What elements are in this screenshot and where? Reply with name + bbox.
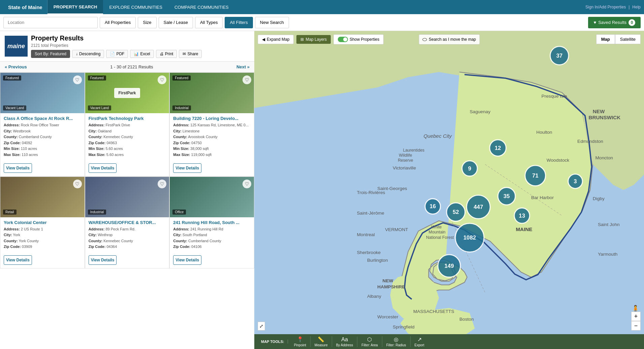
svg-text:149: 149 [445,263,454,269]
property-type-badge: Vacant Land [88,105,111,110]
map-fullscreen-button[interactable]: ⤢ [258,322,265,330]
zoom-out-button[interactable]: − [631,321,641,330]
cluster-16[interactable]: 16 [425,199,441,214]
sale-lease-filter[interactable]: Sale / Lease [159,17,193,28]
cluster-3[interactable]: 3 [568,174,583,189]
sort-featured-button[interactable]: Sort By: Featured [31,50,70,58]
svg-text:Springfield: Springfield [393,324,415,329]
cluster-12[interactable]: 12 [490,140,506,156]
show-properties-button[interactable]: Show Properties [333,34,384,44]
location-input[interactable] [3,17,98,28]
property-county-2: County: Kennebec County [89,134,166,140]
svg-text:Moncton: Moncton [595,155,613,160]
search-as-move-toggle[interactable]: ⬭ Search as I move the map [419,34,480,44]
pdf-icon: 📄 [110,52,115,56]
cluster-52[interactable]: 52 [447,203,465,221]
property-title-3[interactable]: Building 7220 - Loring Develo... [173,116,251,121]
export-icon: ↗ [417,336,422,343]
nav-compare-communities[interactable]: COMPARE COMMUNITIES [168,0,235,14]
favorite-button-4[interactable]: ♡ [73,180,82,188]
favorite-button-1[interactable]: ♡ [73,75,82,84]
map-view-button[interactable]: Map [596,34,615,44]
nav-explore-communities[interactable]: EXPLORE COMMUNITIES [103,0,168,14]
cluster-37[interactable]: 37 [550,46,569,65]
new-search-button[interactable]: New Search [255,17,289,28]
cluster-149[interactable]: 149 [438,255,460,277]
nav-sign-in[interactable]: Sign In/Add Properties [585,5,626,9]
saved-results-button[interactable]: ♥ Saved Results 0 [588,17,641,28]
cluster-9[interactable]: 9 [462,161,478,176]
layers-icon: ⊞ [300,37,304,42]
nav-property-search[interactable]: PROPERTY SEARCH [47,0,103,14]
cluster-13[interactable]: 13 [514,208,530,223]
cluster-1082[interactable]: 1082 [455,223,484,252]
svg-text:NEW: NEW [593,108,605,114]
all-filters-btn[interactable]: All Filters [225,17,253,28]
measure-label: Measure [315,343,328,347]
all-properties-filter[interactable]: All Properties [100,17,136,28]
nav-help[interactable]: Help [632,5,641,9]
cluster-71[interactable]: 71 [525,165,546,186]
share-button[interactable]: ✉ Share [179,50,202,58]
next-page-button[interactable]: Next » [236,64,250,69]
view-details-button-1[interactable]: View Details [4,163,32,173]
cluster-35[interactable]: 35 [498,187,515,205]
sort-order-label: Descending [79,52,100,56]
property-info-4: York Colonial Center Address: 2 US Route… [0,217,85,253]
property-image-1: Featured Vacant Land ♡ [0,73,85,113]
pinpoint-tool[interactable]: 📍 Pinpoint [290,336,311,347]
map-layers-button[interactable]: ⊞ Map Layers [296,35,331,44]
pinpoint-icon: 📍 [297,336,303,343]
satellite-view-button[interactable]: Satellite [615,34,641,44]
view-details-button-5[interactable]: View Details [89,255,117,265]
prev-page-button[interactable]: « Previous [5,64,27,69]
main-layout: maine Property Results 2121 total Proper… [0,31,644,349]
print-button[interactable]: 🖨 Print [156,50,177,58]
all-types-filter[interactable]: All Types [195,17,223,28]
view-details-button-3[interactable]: View Details [173,163,201,173]
pagination-bar: « Previous 1 - 30 of 2121 Results Next » [0,62,254,72]
view-details-button-4[interactable]: View Details [4,255,32,265]
by-address-tool[interactable]: Aa By Address [332,337,358,347]
property-city-1: City: Westbrook [4,128,81,134]
search-bar: All Properties Size Sale / Lease All Typ… [0,14,644,31]
favorite-button-3[interactable]: ♡ [243,75,251,84]
property-card-3: Featured Industrial ♡ Building 7220 - Lo… [169,72,254,177]
filter-area-tool[interactable]: ⬡ Filter: Area [357,336,382,347]
zoom-in-button[interactable]: + [631,312,641,321]
property-title-1[interactable]: Class A Office Space At Rock R... [4,116,81,121]
favorite-button-5[interactable]: ♡ [158,180,166,188]
brand-logo[interactable]: State of Maine [3,0,47,14]
export-tool[interactable]: ↗ Export [411,336,428,347]
property-title-4[interactable]: York Colonial Center [4,220,81,225]
property-title-5[interactable]: WAREHOUSE/OFFICE & STOR... [89,220,166,225]
excel-button[interactable]: 📊 Excel [130,50,154,58]
property-title-2[interactable]: FirstPark Technology Park [89,116,166,121]
sort-icon: ↓ [76,52,78,56]
property-title-6[interactable]: 241 Running Hill Road, South ... [173,220,251,225]
featured-badge: Featured [3,75,21,81]
radius-label: Filter: Radius [386,343,406,347]
cluster-447[interactable]: 447 [466,195,490,219]
view-details-button-6[interactable]: View Details [173,255,201,265]
svg-text:16: 16 [429,203,436,210]
pdf-button[interactable]: 📄 PDF [106,50,128,58]
export-label: Export [415,343,424,347]
property-card-5: Industrial ♡ WAREHOUSE/OFFICE & STOR... … [85,177,170,268]
favorite-button-6[interactable]: ♡ [243,180,251,188]
map-tools-bar: MAP TOOLS: 📍 Pinpoint 📏 Measure Aa By Ad… [254,334,644,349]
filter-radius-tool[interactable]: ◎ Filter: Radius [382,336,411,347]
results-header: maine Property Results 2121 total Proper… [0,31,254,62]
svg-text:Laurentides: Laurentides [403,148,424,153]
property-zip-1: Zip Code: 04092 [4,140,81,146]
view-details-button-2[interactable]: View Details [89,163,117,173]
size-filter[interactable]: Size [138,17,156,28]
expand-map-label: Expand Map [267,37,289,42]
expand-map-button[interactable]: ◀ Expand Map [258,35,294,44]
svg-text:Boston: Boston [459,317,474,322]
svg-text:Wildlife: Wildlife [399,153,412,158]
search-as-move-container: ⬭ Search as I move the map [419,34,480,44]
sort-descending-button[interactable]: ↓ Descending [72,50,104,58]
measure-tool[interactable]: 📏 Measure [311,336,332,347]
map-tools-label: MAP TOOLS: [258,340,288,344]
